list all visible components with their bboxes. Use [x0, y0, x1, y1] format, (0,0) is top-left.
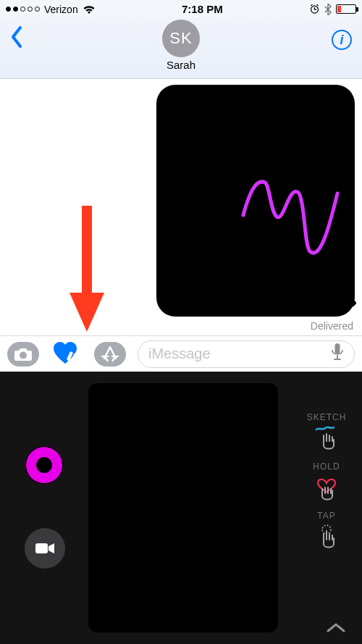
color-picker-button[interactable]	[25, 446, 64, 485]
battery-icon	[336, 4, 356, 14]
contact-header[interactable]: SK Sarah	[162, 20, 200, 71]
avatar: SK	[162, 20, 200, 57]
hint-sketch-label: SKETCH	[307, 412, 347, 422]
contact-name: Sarah	[167, 59, 195, 71]
drawing-canvas[interactable]	[88, 383, 278, 632]
info-icon: i	[340, 33, 343, 48]
camera-button[interactable]	[7, 342, 39, 367]
signal-strength-icon	[6, 7, 40, 12]
status-left: Verizon	[6, 4, 96, 15]
sketch-hand-icon	[311, 425, 342, 454]
carrier-label: Verizon	[44, 4, 78, 15]
svg-rect-5	[35, 543, 48, 553]
chevron-up-icon	[326, 622, 346, 634]
hint-hold: HOLD	[311, 461, 342, 503]
alarm-icon	[309, 4, 320, 14]
hold-hand-icon	[311, 474, 342, 503]
video-camera-icon	[35, 542, 55, 555]
video-record-button[interactable]	[25, 528, 65, 569]
hint-tap: TAP	[311, 511, 342, 553]
dictation-button[interactable]	[331, 343, 344, 365]
message-bubble[interactable]	[156, 85, 355, 317]
tap-hand-icon	[311, 524, 342, 553]
info-button[interactable]: i	[332, 30, 352, 50]
message-input[interactable]: iMessage	[138, 340, 355, 368]
expand-button[interactable]	[326, 622, 346, 637]
status-right	[309, 4, 356, 15]
screen: Verizon 7:18 PM SK Sarah i Delivered	[0, 0, 362, 644]
toolbar: iMessage	[0, 335, 362, 372]
status-bar: Verizon 7:18 PM	[0, 0, 362, 18]
digital-touch-sketch-icon	[156, 85, 355, 317]
wifi-icon	[83, 4, 96, 14]
app-store-icon	[101, 346, 119, 362]
gesture-hints: SKETCH HOLD TAP	[297, 412, 356, 553]
svg-point-1	[20, 351, 27, 359]
heart-fingers-icon	[52, 342, 81, 367]
hint-tap-label: TAP	[317, 511, 335, 521]
bluetooth-icon	[324, 4, 332, 15]
app-store-button[interactable]	[94, 342, 126, 367]
delivery-status: Delivered	[311, 320, 353, 332]
hint-sketch: SKETCH	[307, 412, 347, 454]
svg-rect-4	[335, 343, 340, 354]
back-button[interactable]	[10, 25, 23, 53]
digital-touch-panel: SKETCH HOLD TAP	[0, 372, 362, 644]
chevron-left-icon	[10, 25, 23, 49]
hint-hold-label: HOLD	[313, 461, 340, 472]
clock: 7:18 PM	[182, 3, 223, 15]
message-input-wrap: iMessage	[138, 340, 355, 368]
digital-touch-button[interactable]	[51, 342, 83, 367]
chat-area[interactable]: Delivered	[0, 79, 362, 335]
microphone-icon	[331, 343, 344, 361]
camera-icon	[14, 347, 33, 361]
nav-header: SK Sarah i	[0, 18, 362, 79]
placeholder: iMessage	[148, 346, 211, 362]
